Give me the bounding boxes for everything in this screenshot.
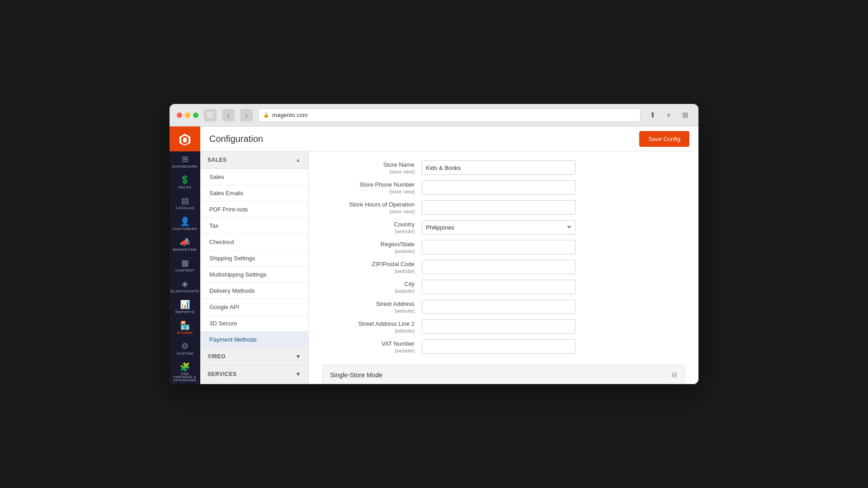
sidebar-item-extensions[interactable]: 🧩 FIND PARTNERS & EXTENSIONS bbox=[170, 359, 200, 384]
forward-button[interactable]: › bbox=[240, 109, 253, 122]
store-phone-sublabel: [store view] bbox=[322, 189, 415, 194]
country-label-wrap: Country [website] bbox=[322, 220, 422, 234]
sidebar-label-reports: REPORTS bbox=[175, 310, 194, 314]
sidebar-item-elasticsuite[interactable]: ◈ ELASTICSUITE bbox=[170, 276, 200, 297]
nav-item-multishipping-settings[interactable]: Multishipping Settings bbox=[200, 267, 308, 283]
country-group: Country [website] Philippines United Sta… bbox=[322, 220, 685, 235]
sidebar-item-marketing[interactable]: 📣 MARKETING bbox=[170, 235, 200, 255]
zip-label: ZIP/Postal Code bbox=[372, 261, 415, 267]
browser-actions: ⬆ + ⊞ bbox=[646, 109, 691, 122]
nav-item-tax[interactable]: Tax bbox=[200, 218, 308, 234]
back-button[interactable]: ‹ bbox=[222, 109, 235, 122]
city-group: City [website] bbox=[322, 280, 685, 294]
url-text: magento.com bbox=[272, 112, 308, 118]
country-sublabel: [website] bbox=[322, 229, 415, 234]
sidebar-item-dashboard[interactable]: ⊞ DASHBOARD bbox=[170, 151, 200, 172]
street-input[interactable] bbox=[422, 300, 576, 314]
street-label-wrap: Street Address [website] bbox=[322, 300, 422, 314]
nav-item-payment-methods[interactable]: Payment Methods bbox=[200, 332, 308, 348]
store-phone-input[interactable] bbox=[422, 180, 576, 195]
sidebar-item-customers[interactable]: 👤 CUSTOMERS bbox=[170, 214, 200, 235]
sidebar-item-sales[interactable]: 💲 SALES bbox=[170, 172, 200, 193]
main-content: Configuration Save Config SALES ▲ Sales bbox=[200, 127, 698, 384]
sidebar-label-content: CONTENT bbox=[175, 268, 194, 272]
magento-logo-icon bbox=[179, 133, 191, 145]
vat-label: VAT Number bbox=[382, 340, 415, 347]
region-label: Region/State bbox=[381, 241, 415, 248]
catalog-icon: ▤ bbox=[181, 197, 189, 205]
region-input[interactable] bbox=[422, 240, 576, 254]
nav-item-sales-emails[interactable]: Sales Emails bbox=[200, 185, 308, 202]
vat-group: VAT Number [website] bbox=[322, 339, 685, 354]
sidebar: ⊞ DASHBOARD 💲 SALES ▤ CATALOG 👤 CUSTOMER… bbox=[170, 127, 200, 384]
nav-section-sales-label: SALES bbox=[208, 157, 227, 163]
reports-icon: 📊 bbox=[180, 300, 190, 309]
store-hours-label-wrap: Store Hours of Operation [store view] bbox=[322, 200, 422, 214]
minimize-button[interactable] bbox=[185, 113, 190, 118]
dashboard-icon: ⊞ bbox=[182, 155, 189, 163]
region-label-wrap: Region/State [website] bbox=[322, 240, 422, 254]
store-name-input[interactable] bbox=[422, 160, 576, 175]
maximize-button[interactable] bbox=[193, 113, 198, 118]
street2-group: Street Address Line 2 [website] bbox=[322, 319, 685, 334]
extensions-icon: 🧩 bbox=[180, 363, 190, 371]
single-store-header[interactable]: Single-Store Mode ⊖ bbox=[323, 365, 684, 384]
tabs-button[interactable]: ⊞ bbox=[679, 109, 691, 122]
sidebar-label-catalog: CATALOG bbox=[175, 206, 194, 210]
street-group: Street Address [website] bbox=[322, 300, 685, 314]
nav-item-3d-secure[interactable]: 3D Secure bbox=[200, 315, 308, 332]
nav-item-google-api[interactable]: Google API bbox=[200, 299, 308, 315]
nav-item-pdf-printouts[interactable]: PDF Print-outs bbox=[200, 202, 308, 218]
street2-input[interactable] bbox=[422, 319, 576, 334]
nav-section-services[interactable]: SERVICES ▼ bbox=[200, 366, 308, 383]
nav-item-shipping-settings[interactable]: Shipping Settings bbox=[200, 250, 308, 267]
sidebar-item-catalog[interactable]: ▤ CATALOG bbox=[170, 193, 200, 214]
new-tab-button[interactable]: + bbox=[662, 109, 675, 122]
close-button[interactable] bbox=[177, 113, 182, 118]
store-hours-input[interactable] bbox=[422, 200, 576, 215]
browser-window: ⬜ ‹ › 🔒 magento.com ⬆ + ⊞ ⊞ DAS bbox=[170, 104, 698, 384]
single-store-toggle-icon: ⊖ bbox=[671, 371, 677, 379]
city-label: City bbox=[405, 281, 415, 287]
page-title: Configuration bbox=[209, 134, 263, 144]
country-select[interactable]: Philippines United States United Kingdom… bbox=[422, 220, 576, 235]
left-nav-panel: SALES ▲ Sales Sales Emails PDF Print-out… bbox=[200, 151, 309, 384]
browser-chrome: ⬜ ‹ › 🔒 magento.com ⬆ + ⊞ bbox=[170, 104, 698, 127]
save-config-button[interactable]: Save Config bbox=[639, 131, 689, 147]
sidebar-item-content[interactable]: ▦ CONTENT bbox=[170, 255, 200, 276]
sidebar-item-reports[interactable]: 📊 REPORTS bbox=[170, 297, 200, 318]
svg-marker-2 bbox=[183, 137, 187, 143]
city-input[interactable] bbox=[422, 280, 576, 294]
vat-input[interactable] bbox=[422, 339, 576, 354]
region-group: Region/State [website] bbox=[322, 240, 685, 254]
lock-icon: 🔒 bbox=[263, 112, 269, 118]
sidebar-item-stores[interactable]: 🏪 STORES bbox=[170, 318, 200, 338]
traffic-lights bbox=[177, 113, 198, 118]
store-name-sublabel: [store view] bbox=[322, 169, 415, 174]
city-sublabel: [website] bbox=[322, 288, 415, 294]
nav-section-yireo-label: YIREO bbox=[208, 353, 226, 360]
sidebar-label-dashboard: DASHBOARD bbox=[172, 164, 198, 169]
nav-item-sales[interactable]: Sales bbox=[200, 169, 308, 185]
sidebar-toggle-button[interactable]: ⬜ bbox=[204, 109, 217, 122]
chevron-down-icon: ▼ bbox=[296, 353, 301, 360]
nav-section-yireo[interactable]: YIREO ▼ bbox=[200, 348, 308, 366]
store-hours-label: Store Hours of Operation bbox=[349, 201, 415, 208]
sidebar-item-system[interactable]: ⚙ SYSTEM bbox=[170, 338, 200, 359]
zip-label-wrap: ZIP/Postal Code [website] bbox=[322, 260, 422, 274]
address-bar[interactable]: 🔒 magento.com bbox=[258, 108, 641, 122]
content-icon: ▦ bbox=[181, 259, 189, 267]
nav-section-sales[interactable]: SALES ▲ bbox=[200, 151, 308, 169]
nav-item-delivery-methods[interactable]: Delivery Methods bbox=[200, 283, 308, 299]
city-label-wrap: City [website] bbox=[322, 280, 422, 294]
content-area: SALES ▲ Sales Sales Emails PDF Print-out… bbox=[200, 151, 698, 384]
main-header: Configuration Save Config bbox=[200, 127, 698, 151]
street-sublabel: [website] bbox=[322, 308, 415, 314]
country-select-wrapper: Philippines United States United Kingdom… bbox=[422, 220, 576, 235]
share-button[interactable]: ⬆ bbox=[646, 109, 659, 122]
customers-icon: 👤 bbox=[180, 217, 190, 225]
nav-item-checkout[interactable]: Checkout bbox=[200, 234, 308, 250]
chevron-up-icon: ▲ bbox=[296, 157, 301, 163]
elasticsuite-icon: ◈ bbox=[182, 280, 188, 288]
zip-input[interactable] bbox=[422, 260, 576, 274]
